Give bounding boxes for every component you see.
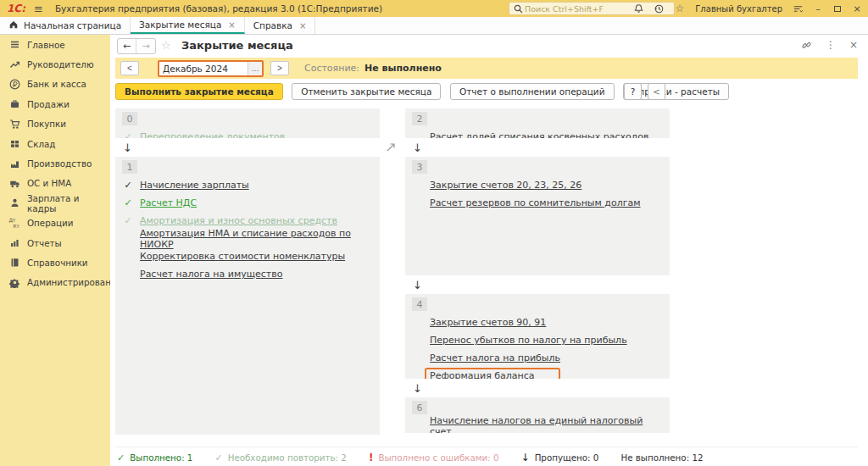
sidebar-item-руководителю[interactable]: Руководителю [0,54,110,74]
previous-month-button[interactable]: < [120,61,139,75]
add-favorite-star-icon[interactable]: ☆ [161,39,171,52]
operations-column-right: 2Расчет долей списания косвенных расходо… [405,108,670,433]
view-settings-icon[interactable] [792,3,804,15]
stage-block-2: 2Расчет долей списания косвенных расходо… [405,108,670,138]
operation-row: Закрытие счетов 20, 23, 25, 26 [412,176,663,194]
stage-block-4: 4Закрытие счетов 90, 91Перенос убытков п… [405,294,670,379]
operation-link[interactable]: Амортизация и износ основных средств [140,215,337,226]
summary-item: ✓Выполнено: 1 [117,452,192,463]
book-icon [8,257,20,269]
summary-item: !Выполнено с ошибками: 0 [369,452,499,463]
back-button[interactable]: ← [118,39,136,53]
operation-link[interactable]: Перепроведение документов [140,131,285,138]
sidebar-item-label: Банк и касса [27,79,86,89]
operation-link[interactable]: Амортизация НМА и списание расходов по Н… [140,228,373,250]
operation-link[interactable]: Закрытие счетов 20, 23, 25, 26 [430,180,581,191]
summary-label: Выполнено: 1 [130,452,192,463]
sidebar-item-продажи[interactable]: Продажи [0,94,110,114]
tab-close-icon[interactable]: × [299,21,306,31]
operation-row: Перенос убытков по налогу на прибыль [412,331,663,349]
period-picker-button[interactable]: ... [248,62,262,75]
sidebar-item-отчеты[interactable]: Отчеты [0,233,110,252]
close-window-button[interactable]: × [851,3,863,14]
state-value: Не выполнено [364,63,442,74]
tab-1[interactable]: Закрытие месяца× [131,17,245,34]
favorites-star-icon[interactable]: ☆ [673,3,686,15]
tab-2[interactable]: Справка× [245,17,316,34]
sidebar-item-производство[interactable]: Производство [0,153,110,173]
boxes-icon [8,138,20,150]
tab-label: Закрытие месяца [139,19,221,30]
sidebar-item-ос-и-нма[interactable]: ОС и НМА [0,174,110,193]
summary-label: Не выполнено: 12 [620,452,703,463]
operations-report-button[interactable]: Отчет о выполнении операций [450,83,615,100]
close-form-icon[interactable]: × [849,39,858,51]
operation-link[interactable]: Расчет налога на прибыль [430,352,560,363]
splitter-resize-icon[interactable] [385,141,397,153]
maximize-button[interactable] [832,3,843,14]
operation-link[interactable]: Перенос убытков по налогу на прибыль [430,335,627,346]
sidebar-item-зарплата-и-кадры[interactable]: Зарплата и кадры [0,193,110,213]
current-user-label[interactable]: Главный бухгалтер [695,4,782,14]
gear-icon [8,276,20,288]
stage-block-1: 1✓Начисление зарплаты✓Расчет НДС✓Амортиз… [115,157,380,435]
period-field-highlight: ... [158,60,264,77]
sections-sidebar: ГлавноеРуководителюБанк и кассаПродажиПо… [0,35,110,466]
sidebar-item-главное[interactable]: Главное [0,35,110,54]
next-month-button[interactable]: > [270,61,289,75]
operations-column-left: 0✓Перепроведение документов↓1✓Начисление… [115,108,380,435]
operation-link[interactable]: Расчет налога на имущество [140,269,283,280]
period-bar: < ... > Состояние: Не выполнено [115,58,858,79]
operation-link[interactable]: Начисление налогов на единый налоговый с… [430,415,663,434]
forward-button[interactable]: → [136,39,155,53]
operation-link[interactable]: Реформация баланса [430,370,535,379]
collapse-panel-button[interactable]: < [648,83,665,100]
check-gray-icon: ✓ [214,452,222,463]
stage-arrow-down-icon: ↓ [405,138,670,157]
ruble-coin-icon [8,78,20,90]
sidebar-item-label: Производство [27,158,92,169]
more-actions-icon[interactable]: ⋮ [826,39,836,51]
summary-item: Не выполнено: 12 [620,452,703,463]
notifications-bell-icon[interactable] [632,3,645,15]
operation-link[interactable]: Расчет резервов по сомнительным долгам [430,197,641,208]
history-icon[interactable] [653,3,665,15]
get-link-icon[interactable] [801,40,812,51]
state-label: Состояние: [304,63,359,74]
tab-close-icon[interactable]: × [228,20,235,30]
stage-arrow-down-icon: ↓ [405,275,670,294]
help-button[interactable]: ? [624,83,642,100]
operation-link[interactable]: Начисление зарплаты [140,180,249,191]
status-check-icon: ✓ [122,215,134,226]
tab-label: Справка [253,20,292,31]
svg-text:Дт: Дт [9,218,17,223]
operation-row: Амортизация НМА и списание расходов по Н… [122,230,373,247]
sidebar-item-label: Главное [27,40,65,50]
window-title: Бухгалтерия предприятия (базовая), редак… [55,3,382,14]
sidebar-item-label: Зарплата и кадры [27,193,110,214]
stage-arrow-down-icon: ↓ [405,379,670,397]
sidebar-item-склад[interactable]: Склад [0,134,110,153]
summary-footer: ✓Выполнено: 1✓Необходимо повторить: 2!Вы… [117,452,858,463]
operation-link[interactable]: Расчет НДС [140,197,197,208]
summary-label: Выполнено с ошибками: 0 [378,452,498,463]
sidebar-item-label: Покупки [27,119,66,129]
sidebar-item-администрирование[interactable]: Администрирование [0,273,110,292]
cancel-month-closing-button[interactable]: Отменить закрытие месяца [292,83,441,100]
operation-row: ✓Начисление зарплаты [122,176,373,194]
period-input[interactable] [159,62,248,75]
operation-link[interactable]: Закрытие счетов 90, 91 [430,317,546,328]
sidebar-item-операции[interactable]: ДтКтОперации [0,214,110,233]
operation-link[interactable]: Расчет долей списания косвенных расходов [430,131,649,138]
run-month-closing-button[interactable]: Выполнить закрытие месяца [115,83,283,100]
sidebar-item-справочники[interactable]: Справочники [0,252,110,272]
operation-link[interactable]: Корректировка стоимости номенклатуры [140,251,345,262]
minimize-button[interactable]: – [812,3,824,14]
dt-kt-icon: ДтКт [8,217,20,229]
operation-row: Реформация баланса [412,367,663,379]
tab-home[interactable]: Начальная страница [0,17,131,34]
sidebar-item-label: Операции [27,218,73,228]
sidebar-item-банк-и-касса[interactable]: Банк и касса [0,75,110,94]
sidebar-item-покупки[interactable]: Покупки [0,114,110,134]
main-menu-icon[interactable]: ≡ [34,3,43,15]
